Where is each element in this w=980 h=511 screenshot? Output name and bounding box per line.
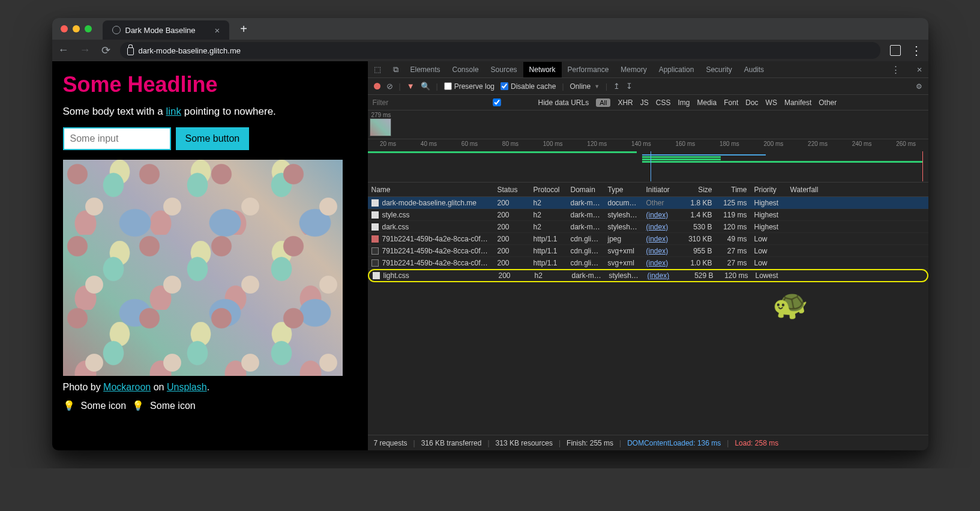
close-window-icon[interactable] — [61, 25, 68, 32]
file-icon — [371, 199, 379, 207]
preserve-log-checkbox[interactable]: Preserve log — [444, 82, 495, 91]
devtools-tabs: ⬚ ⧉ Elements Console Sources Network Per… — [368, 61, 928, 78]
tab-elements[interactable]: Elements — [410, 65, 440, 74]
filter-toggle-icon[interactable]: ▼ — [407, 82, 415, 91]
tab-performance[interactable]: Performance — [568, 65, 609, 74]
file-icon — [371, 211, 379, 219]
filter-type-ws[interactable]: WS — [766, 98, 777, 107]
settings-icon[interactable]: ⚙ — [916, 82, 922, 91]
browser-tab[interactable]: Dark Mode Baseline × — [103, 20, 230, 40]
demo-input[interactable] — [63, 127, 171, 150]
device-icon[interactable]: ⧉ — [393, 65, 398, 74]
tab-title: Dark Mode Baseline — [125, 26, 196, 35]
tab-sources[interactable]: Sources — [491, 65, 517, 74]
filter-type-css[interactable]: CSS — [656, 98, 671, 107]
col-waterfall[interactable]: Waterfall — [787, 186, 928, 194]
titlebar: Dark Mode Baseline × + — [52, 18, 928, 40]
reload-button[interactable]: ⟳ — [101, 44, 110, 57]
tab-network[interactable]: Network — [523, 62, 562, 77]
col-domain[interactable]: Domain — [567, 186, 604, 194]
minimize-window-icon[interactable] — [73, 25, 80, 32]
filter-type-img[interactable]: Img — [678, 98, 690, 107]
file-icon — [371, 259, 379, 267]
screenshot-thumb[interactable] — [370, 118, 391, 136]
col-size[interactable]: Size — [679, 186, 716, 194]
filter-type-all[interactable]: All — [596, 98, 610, 107]
site-link[interactable]: Unsplash — [167, 382, 207, 392]
request-row[interactable]: 791b2241-459b-4a2e-8cca-c0fdc2…200http/1… — [368, 233, 928, 245]
browser-menu-button[interactable]: ⋮ — [910, 43, 922, 58]
request-row[interactable]: style.css200h2dark-mo…stylesheet(index)1… — [368, 209, 928, 221]
col-type[interactable]: Type — [604, 186, 643, 194]
overview-strip[interactable]: 279 ms — [368, 110, 928, 139]
status-transferred: 316 KB transferred — [421, 439, 482, 447]
filter-input[interactable] — [373, 98, 451, 107]
filter-type-media[interactable]: Media — [697, 98, 717, 107]
status-finish: Finish: 255 ms — [567, 439, 613, 447]
status-load: Load: 258 ms — [735, 439, 778, 447]
request-row[interactable]: dark.css200h2dark-mo…stylesheet(index)53… — [368, 221, 928, 233]
timeline[interactable]: 20 ms40 ms60 ms80 ms100 ms120 ms140 ms16… — [368, 139, 928, 183]
filter-type-js[interactable]: JS — [640, 98, 649, 107]
icon-label-1: Some icon — [81, 401, 127, 411]
url-bar[interactable]: dark-mode-baseline.glitch.me — [120, 42, 880, 59]
new-tab-button[interactable]: + — [240, 22, 247, 36]
extension-icon[interactable] — [890, 45, 901, 56]
upload-icon[interactable]: ↥ — [613, 82, 620, 91]
browser-window: Dark Mode Baseline × + ← → ⟳ dark-mode-b… — [52, 18, 928, 450]
globe-icon — [112, 26, 121, 34]
network-options: ⊘ | ▼ 🔍 | Preserve log Disable cache | O… — [368, 78, 928, 95]
record-button[interactable] — [374, 83, 380, 89]
col-name[interactable]: Name — [368, 186, 494, 194]
inspect-icon[interactable]: ⬚ — [374, 65, 381, 74]
close-tab-icon[interactable]: × — [215, 25, 220, 35]
filter-bar: Hide data URLs All XHR JS CSS Img Media … — [368, 95, 928, 110]
demo-image — [63, 160, 343, 376]
tab-console[interactable]: Console — [452, 65, 479, 74]
tab-audits[interactable]: Audits — [744, 65, 764, 74]
body-link[interactable]: link — [166, 106, 181, 117]
request-row[interactable]: 791b2241-459b-4a2e-8cca-c0fdc2…200http/1… — [368, 245, 928, 257]
filter-type-font[interactable]: Font — [724, 98, 738, 107]
throttle-select[interactable]: Online▼ — [570, 82, 600, 91]
file-icon — [371, 247, 379, 255]
col-initiator[interactable]: Initiator — [643, 186, 679, 194]
status-requests: 7 requests — [374, 439, 407, 447]
clear-button[interactable]: ⊘ — [386, 82, 393, 91]
demo-button[interactable]: Some button — [176, 127, 250, 150]
tab-application[interactable]: Application — [659, 65, 694, 74]
request-row[interactable]: dark-mode-baseline.glitch.me200h2dark-mo… — [368, 197, 928, 209]
col-status[interactable]: Status — [494, 186, 530, 194]
devtools-menu-icon[interactable]: ⋮ — [891, 64, 900, 75]
disable-cache-checkbox[interactable]: Disable cache — [501, 82, 556, 91]
back-button[interactable]: ← — [58, 44, 69, 57]
status-resources: 313 KB resources — [496, 439, 553, 447]
filter-type-xhr[interactable]: XHR — [618, 98, 633, 107]
file-icon — [371, 223, 379, 231]
icon-label-2: Some icon — [150, 401, 196, 411]
search-icon[interactable]: 🔍 — [421, 82, 430, 91]
page-content: Some Headline Some body text with a link… — [52, 61, 368, 450]
request-row[interactable]: 791b2241-459b-4a2e-8cca-c0fdc2…200http/1… — [368, 257, 928, 269]
browser-toolbar: ← → ⟳ dark-mode-baseline.glitch.me ⋮ — [52, 40, 928, 61]
author-link[interactable]: Mockaroon — [103, 382, 151, 392]
filter-type-doc[interactable]: Doc — [745, 98, 758, 107]
status-bar: 7 requests| 316 KB transferred| 313 KB r… — [368, 435, 928, 450]
turtle-icon: 🐢 — [772, 287, 808, 321]
tab-memory[interactable]: Memory — [621, 65, 646, 74]
hide-urls-checkbox[interactable]: Hide data URLs — [458, 98, 589, 107]
tab-security[interactable]: Security — [706, 65, 732, 74]
filter-type-manifest[interactable]: Manifest — [784, 98, 811, 107]
col-time[interactable]: Time — [716, 186, 751, 194]
download-icon[interactable]: ↧ — [626, 82, 633, 91]
file-icon — [373, 272, 380, 279]
bulb-icon: 💡 — [63, 400, 75, 411]
col-protocol[interactable]: Protocol — [530, 186, 567, 194]
url-text: dark-mode-baseline.glitch.me — [139, 46, 241, 55]
request-row[interactable]: light.css200h2dark-mo…stylesheet(index)5… — [368, 269, 928, 282]
filter-type-other[interactable]: Other — [819, 98, 837, 107]
forward-button[interactable]: → — [80, 44, 91, 57]
col-priority[interactable]: Priority — [751, 186, 787, 194]
devtools-close-icon[interactable]: × — [917, 64, 922, 74]
maximize-window-icon[interactable] — [85, 25, 92, 32]
